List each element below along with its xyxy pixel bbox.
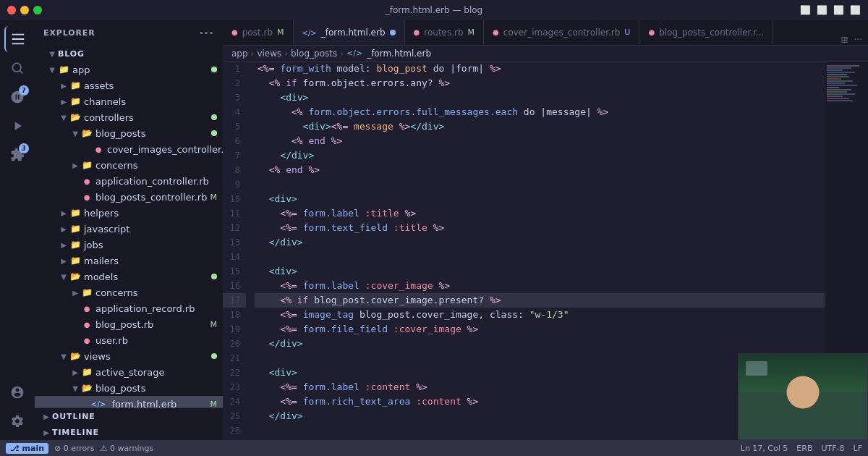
tab-untracked-badge: U (624, 28, 630, 37)
tab-label: _form.html.erb (321, 28, 386, 38)
tab-post-rb[interactable]: ● post.rb M (223, 20, 294, 45)
extensions-activity-icon[interactable]: 3 (4, 142, 30, 168)
layout-icon[interactable]: ⬜ (817, 5, 827, 15)
tab-bar: ● post.rb M </> _form.html.erb ● routes.… (223, 20, 868, 46)
ruby-file-icon: ● (81, 334, 93, 346)
code-line-4: <% form.object.errors.full_messages.each… (255, 105, 825, 119)
code-line-5: <div><%= message %></div> (255, 119, 825, 134)
sidebar-tree: ▼ BLOG ▼ 📁 app ▶ 📁 assets ▶ 📁 channels (35, 46, 223, 408)
line-ending-indicator[interactable]: LF (854, 444, 862, 453)
sidebar-header: Explorer ··· (35, 20, 223, 46)
minimize-button[interactable] (20, 6, 29, 14)
encoding-indicator[interactable]: UTF-8 (821, 444, 844, 453)
toggle-panel-icon[interactable]: ⬜ (833, 5, 844, 15)
close-button[interactable] (7, 6, 16, 14)
folder-icon: 📁 (69, 255, 81, 266)
ruby-file-icon: ● (81, 318, 93, 330)
tab-form-erb[interactable]: </> _form.html.erb (294, 20, 405, 45)
window-title: _form.html.erb — blog (386, 5, 482, 15)
timeline-section-header[interactable]: ▶ TIMELINE (35, 424, 223, 440)
sidebar-item-blog-posts-controllers[interactable]: ▼ 📂 blog_posts (35, 125, 223, 141)
code-line-14 (255, 250, 825, 264)
code-line-20: </div> (255, 337, 825, 351)
chevron-right-icon: ▶ (58, 255, 69, 266)
folder-icon: 📁 (81, 287, 93, 298)
code-line-18: <%= image_tag blog_post.cover_image, cla… (255, 308, 825, 322)
chevron-right-icon: ▶ (58, 239, 69, 250)
search-activity-icon[interactable] (4, 55, 30, 81)
breadcrumb-form-erb[interactable]: _form.html.erb (367, 48, 431, 59)
tab-cover-images-controller[interactable]: ● cover_images_controller.rb U (484, 20, 639, 45)
account-activity-icon[interactable] (4, 379, 30, 405)
sidebar-item-helpers[interactable]: ▶ 📁 helpers (35, 205, 223, 221)
more-actions-icon[interactable]: ··· (199, 26, 214, 40)
breadcrumb-views[interactable]: views (257, 48, 281, 59)
code-line-19: <%= form.file_field :cover_image %> (255, 322, 825, 337)
code-line-1: <%= form_with model: blog_post do |form|… (255, 62, 825, 76)
ruby-file-icon: ● (93, 143, 104, 155)
outline-section-header[interactable]: ▶ OUTLINE (35, 408, 223, 424)
settings-activity-icon[interactable] (4, 408, 30, 434)
editor-area: ● post.rb M </> _form.html.erb ● routes.… (223, 20, 868, 440)
chevron-right-icon: ▶ (58, 80, 69, 91)
ruby-icon: ● (648, 28, 655, 36)
sidebar-item-views[interactable]: ▼ 📂 views (35, 348, 223, 364)
code-line-3: <div> (255, 90, 825, 105)
sidebar-item-cover-images-controller[interactable]: ● cover_images_controller.rb U (35, 141, 223, 157)
source-control-activity-icon[interactable]: 7 (4, 84, 30, 110)
split-editor-icon[interactable]: ⬜ (800, 5, 811, 15)
sidebar-item-user-rb[interactable]: ● user.rb (35, 332, 223, 348)
breadcrumb: app › views › blog_posts › </> _form.htm… (223, 46, 868, 62)
code-line-10: <div> (255, 192, 825, 206)
sidebar-item-application-record[interactable]: ● application_record.rb (35, 300, 223, 316)
sidebar-item-channels[interactable]: ▶ 📁 channels (35, 93, 223, 109)
tab-routes-rb[interactable]: ● routes.rb M (405, 20, 485, 45)
sidebar-item-models[interactable]: ▼ 📂 models (35, 269, 223, 284)
split-editor-tab-icon[interactable]: ⊞ (841, 35, 848, 45)
cursor-position[interactable]: Ln 17, Col 5 (741, 444, 788, 453)
sidebar-item-blog-posts-views[interactable]: ▼ 📂 blog_posts (35, 380, 223, 396)
sidebar-item-form-erb[interactable]: </> _form.html.erb M (35, 396, 223, 408)
more-actions-icon[interactable]: ⬜ (850, 5, 861, 15)
maximize-button[interactable] (33, 6, 42, 14)
errors-status: ⊘ 0 errors (54, 444, 95, 453)
breadcrumb-app[interactable]: app (231, 48, 248, 59)
language-indicator[interactable]: ERB (796, 444, 812, 453)
sidebar-item-active-storage[interactable]: ▶ 📁 active_storage (35, 364, 223, 380)
run-activity-icon[interactable] (4, 113, 30, 139)
window-controls (7, 6, 42, 14)
sidebar-item-concerns-controllers[interactable]: ▶ 📁 concerns (35, 157, 223, 173)
branch-badge[interactable]: ⎇ main (6, 443, 48, 454)
sidebar-item-app[interactable]: ▼ 📁 app (35, 62, 223, 77)
sidebar-item-controllers[interactable]: ▼ 📂 controllers (35, 109, 223, 125)
tab-blog-posts-controller[interactable]: ● blog_posts_controller.r... (639, 20, 773, 45)
sidebar-item-concerns-models[interactable]: ▶ 📁 concerns (35, 284, 223, 300)
warnings-status: ⚠ 0 warnings (101, 444, 154, 453)
unsaved-dot (390, 30, 396, 35)
chevron-down-icon: ▼ (46, 48, 58, 59)
code-line-17: <% if blog_post.cover_image.present? %> (255, 293, 825, 308)
erb-file-icon: </> (93, 398, 104, 408)
sidebar-item-assets[interactable]: ▶ 📁 assets (35, 77, 223, 93)
folder-open-icon: 📂 (81, 127, 93, 139)
chevron-down-icon: ▼ (58, 271, 69, 282)
sidebar-item-application-controller[interactable]: ● application_controller.rb (35, 173, 223, 189)
sidebar-item-blog-posts-controller[interactable]: ● blog_posts_controller.rb M (35, 189, 223, 205)
more-tab-actions-icon[interactable]: ··· (854, 35, 862, 45)
code-editor[interactable]: 1234567891011121314151617181920212223242… (223, 62, 868, 440)
sidebar-item-jobs[interactable]: ▶ 📁 jobs (35, 237, 223, 253)
folder-open-icon: 📂 (69, 111, 81, 123)
sidebar-item-javascript[interactable]: ▶ 📁 javascript (35, 221, 223, 237)
breadcrumb-blog-posts[interactable]: blog_posts (291, 48, 337, 59)
explorer-activity-icon[interactable] (4, 26, 30, 52)
tab-actions: ⊞ ··· (835, 35, 868, 45)
sidebar-item-blog[interactable]: ▼ BLOG (35, 46, 223, 62)
folder-icon: 📁 (69, 96, 81, 107)
sidebar-item-blog-post-rb[interactable]: ● blog_post.rb M (35, 316, 223, 332)
code-line-16: <%= form.label :cover_image %> (255, 279, 825, 293)
chevron-right-icon: ▶ (69, 159, 81, 171)
sidebar-item-mailers[interactable]: ▶ 📁 mailers (35, 253, 223, 269)
folder-icon: 📁 (81, 366, 93, 378)
code-line-15: <div> (255, 264, 825, 279)
folder-icon: 📁 (81, 159, 93, 171)
